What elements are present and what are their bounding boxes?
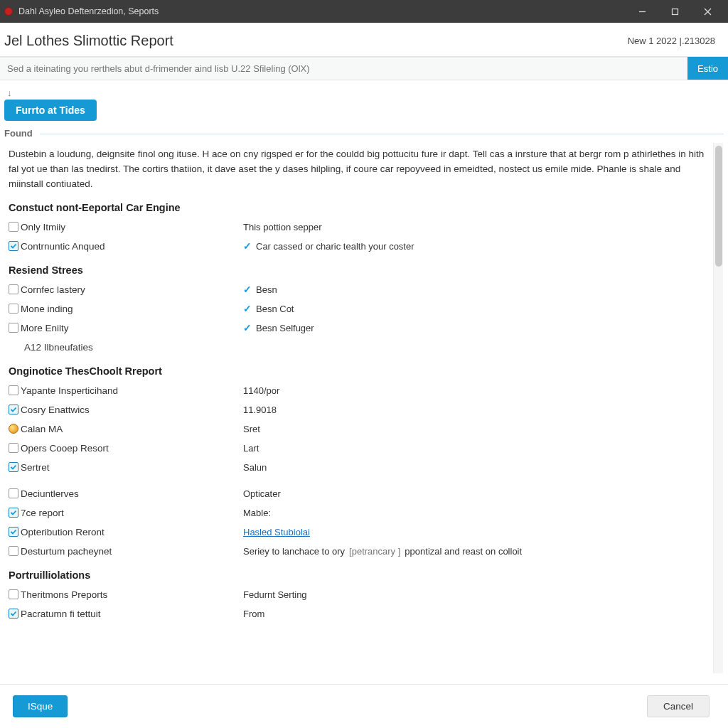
page-title: Jel Lothes Slimottic Report	[4, 33, 173, 49]
option-value: ✓Besn Selfuger	[243, 322, 705, 333]
close-button[interactable]	[691, 0, 724, 23]
option-label: Contrnuntic Anqued	[21, 241, 105, 252]
value-link[interactable]: Hasled Stubiolai	[243, 527, 310, 537]
option-row: 7ce reportMable:	[9, 503, 705, 523]
maximize-button[interactable]	[658, 0, 691, 23]
checkbox[interactable]	[9, 323, 18, 333]
toolbar: ↓	[0, 80, 728, 98]
check-icon: ✓	[243, 240, 252, 252]
cancel-button[interactable]: Cancel	[647, 695, 710, 717]
option-label: Calan MA	[21, 424, 63, 434]
option-value: Sret	[243, 424, 705, 434]
option-label: Pacratumn fi tettuit	[21, 609, 101, 619]
scroll-thumb[interactable]	[715, 146, 722, 267]
section-title-resiend: Resiend Strees	[9, 264, 705, 276]
header: Jel Lothes Slimottic Report New 1 2022 |…	[0, 23, 728, 57]
checkbox[interactable]	[9, 385, 18, 395]
section-title-onginotice: Onginotice ThesChoolt Rreport	[9, 365, 705, 377]
option-label: Cosry Enattwics	[21, 405, 90, 415]
content-panel: Dustebin a loudung, deignsite finol ong …	[4, 143, 722, 673]
primary-pill-button[interactable]: Furrto at Tides	[4, 100, 97, 121]
indent-note: A12 Ilbneufaties	[9, 342, 93, 353]
option-row: Opers Cooep ResortLart	[9, 439, 705, 458]
checkbox[interactable]	[9, 462, 18, 472]
option-value: 11.9018	[243, 405, 705, 415]
option-label: Sertret	[21, 462, 50, 473]
checkbox[interactable]	[9, 609, 18, 619]
app-icon	[4, 7, 13, 16]
option-label: 7ce report	[21, 508, 64, 518]
found-label: Found	[4, 128, 724, 139]
back-arrow-icon[interactable]: ↓	[4, 87, 15, 98]
scrollbar[interactable]	[713, 143, 723, 673]
search-row: Estio	[0, 57, 728, 80]
option-value: Salun	[243, 462, 705, 473]
checkbox[interactable]	[9, 284, 18, 294]
option-value: Lart	[243, 443, 705, 454]
section-title-engine: Constuct nont-Eeportal Car Engine	[9, 202, 705, 213]
option-value: Fedurnt Serting	[243, 589, 705, 600]
option-label: Only Itmiiy	[21, 222, 65, 232]
option-row: Yapante Insperticihand1140/por	[9, 381, 705, 400]
option-row: Contrnuntic Anqued✓Car cassed or charic …	[9, 237, 705, 256]
option-value: ✓Car cassed or charic tealth your coster	[243, 240, 705, 252]
checkbox[interactable]	[9, 222, 18, 232]
option-value: Hasled Stubiolai	[243, 527, 705, 537]
option-row: Mone inding✓Besn Cot	[9, 299, 705, 318]
option-label: Opteribution Reront	[21, 527, 105, 537]
option-row: Cornfec lastery✓Besn	[9, 280, 705, 299]
option-value: ✓Besn Cot	[243, 303, 705, 314]
option-label: Theritmons Preports	[21, 589, 107, 600]
option-row: Desturtum pacheynetSeriey to lanchace to…	[9, 542, 705, 561]
save-button[interactable]: ISque	[13, 695, 68, 717]
checkbox[interactable]	[9, 241, 18, 251]
option-value: Opticater	[243, 488, 705, 499]
option-value: Mable:	[243, 508, 705, 518]
option-label: Desturtum pacheynet	[21, 546, 112, 557]
checkbox[interactable]	[9, 304, 18, 314]
option-label: More Enilty	[21, 323, 69, 333]
option-value: ✓Besn	[243, 284, 705, 295]
option-label: Opers Cooep Resort	[21, 443, 109, 454]
option-row: Pacratumn fi tettuitFrom	[9, 604, 705, 623]
checkbox[interactable]	[9, 508, 18, 518]
option-label: Deciuntlerves	[21, 488, 79, 499]
checkbox[interactable]	[9, 405, 18, 414]
checkbox[interactable]	[9, 589, 18, 599]
check-icon: ✓	[243, 322, 252, 333]
checkbox[interactable]	[9, 527, 18, 537]
check-icon: ✓	[243, 284, 252, 295]
search-input[interactable]	[0, 57, 687, 80]
option-row: More Enilty✓Besn Selfuger	[9, 318, 705, 338]
svg-rect-1	[672, 9, 678, 14]
option-row: DeciuntlervesOpticater	[9, 484, 705, 503]
checkbox[interactable]	[9, 488, 18, 498]
option-value: This pottion sepper	[243, 222, 705, 232]
option-label: Yapante Insperticihand	[21, 385, 118, 396]
checkbox[interactable]	[9, 546, 18, 556]
option-row: Theritmons PreportsFedurnt Serting	[9, 585, 705, 604]
checkbox[interactable]	[9, 443, 18, 453]
intro-paragraph: Dustebin a loudung, deignsite finol ong …	[9, 147, 705, 192]
option-label: Cornfec lastery	[21, 284, 85, 295]
option-row: Calan MASret	[9, 419, 705, 439]
check-icon: ✓	[243, 303, 252, 314]
window-title: Dahl Asyleo Deftenrzedion, Seports	[18, 6, 626, 16]
option-value: From	[243, 609, 705, 619]
footer: ISque Cancel	[0, 684, 728, 728]
titlebar: Dahl Asyleo Deftenrzedion, Seports	[0, 0, 728, 23]
edit-button[interactable]: Estio	[687, 57, 728, 80]
section-title-portru: Portruilliolations	[9, 569, 705, 581]
option-label: Mone inding	[21, 304, 73, 314]
header-date: New 1 2022 |.213028	[628, 36, 715, 46]
option-value: Seriey to lanchace to ory [petrancary ] …	[243, 546, 705, 557]
option-value: 1140/por	[243, 385, 705, 396]
option-row: SertretSalun	[9, 458, 705, 477]
option-row: Opteribution RerontHasled Stubiolai	[9, 523, 705, 542]
option-row: Only ItmiiyThis pottion sepper	[9, 218, 705, 237]
minimize-button[interactable]	[626, 0, 658, 23]
ball-icon	[9, 424, 18, 434]
option-row: Cosry Enattwics11.9018	[9, 400, 705, 419]
